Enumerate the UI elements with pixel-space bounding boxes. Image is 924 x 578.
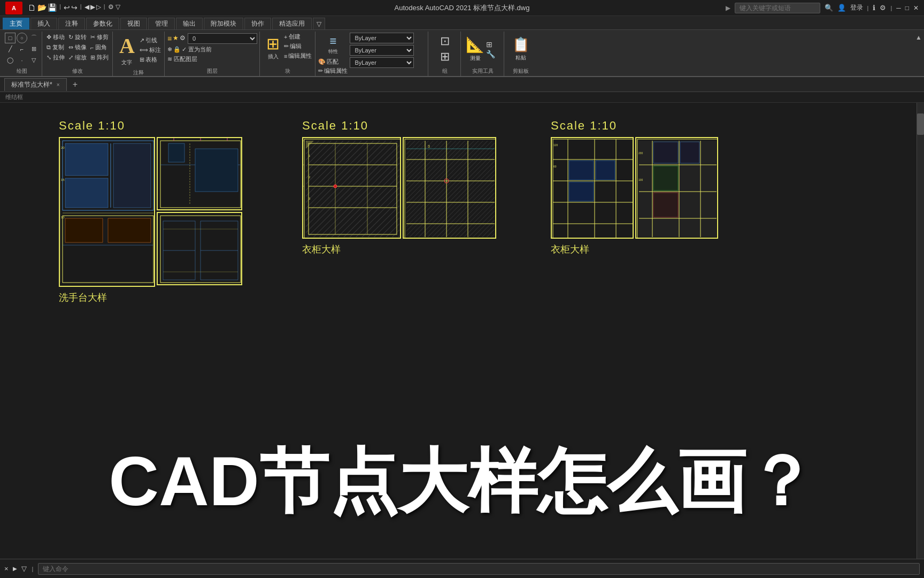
line-tool[interactable]: ╱ [5,44,16,55]
minimize-btn[interactable]: ─ [896,4,901,12]
tab-close-icon[interactable]: × [57,82,60,88]
cmd-close-btn[interactable]: × [4,565,9,573]
settings-dropdown[interactable]: ⚙ ▽ [108,3,120,13]
utility-btn2[interactable]: 🔧 [486,50,495,58]
close-btn[interactable]: ✕ [913,4,919,12]
dim-btn[interactable]: ⟺ 标注 [140,46,161,54]
group-utilities: 📐 测量 ⊞ 🔧 实用工具 [461,32,504,76]
layer-lock-btn[interactable]: 🔒 [173,46,181,53]
save-btn[interactable]: 💾 [48,3,57,13]
leader-btn[interactable]: ↗ 引线 [140,36,161,44]
cmd-options-btn[interactable]: ▽ [21,565,27,573]
play-btn[interactable]: ▷ [96,3,101,13]
arc-tool[interactable]: ⌒ [28,33,39,43]
group2-icon[interactable]: ⊞ [440,50,450,64]
tab-featured[interactable]: 精选应用 [272,18,312,29]
ellipse-tool[interactable]: ◯ [5,55,16,66]
insert-icon: ⊞ [266,34,280,53]
props-dropdowns: ByLayer ByLayer ByLayer [350,33,426,75]
tab-view[interactable]: 视图 [120,18,147,29]
hatch-tool[interactable]: ⊞ [28,44,39,55]
layer-select[interactable]: 0 [188,33,257,44]
search-input[interactable] [735,3,820,13]
edit-attr-btn[interactable]: ≡ 编辑属性 [284,52,312,60]
minimize-ribbon-btn[interactable]: ▲ [915,34,922,41]
file-tab-active[interactable]: 标准节点大样* × [4,78,67,91]
tab-parametric[interactable]: 参数化 [86,18,119,29]
scrollbar-thumb[interactable] [917,113,924,135]
leader-icon: ↗ [140,37,144,44]
stretch-btn[interactable]: ⤡ 拉伸 [45,53,66,62]
lineweight-select[interactable]: ByLayer [350,57,414,68]
annotation-content: A 文字 ↗ 引线 ⟺ 标注 ⊞ 表格 [117,32,161,68]
text-big-btn[interactable]: A 文字 [117,32,137,68]
trim-btn[interactable]: ✂ 修剪 [89,33,110,42]
edit-attr2-btn[interactable]: ✏ 编辑属性 [318,67,348,75]
arrow-right-btn[interactable]: ▶ [90,3,95,13]
open-btn[interactable]: 📂 [37,3,47,13]
create-btn[interactable]: + 创建 [284,33,312,41]
fillet-btn[interactable]: ⌐ 圆角 [89,43,110,52]
group-icon[interactable]: ⊡ [440,34,450,48]
new-tab-btn[interactable]: + [69,78,82,91]
utility-btn1[interactable]: ⊞ [486,40,495,49]
search-btn[interactable]: 🔍 [825,4,833,12]
tab-home[interactable]: 主页 [3,18,29,29]
circle-tool[interactable]: ○ [17,33,27,43]
point-tool[interactable]: · [17,55,27,66]
ribbon-tabs-row: 主页 插入 注释 参数化 视图 管理 输出 附加模块 协作 精选应用 ▽ [0,16,924,30]
tab-insert[interactable]: 插入 [30,18,57,29]
command-input[interactable] [38,563,920,575]
info-btn[interactable]: ℹ [873,4,875,12]
layer-panel-btn[interactable]: ≡ [167,34,172,43]
match-icon: 🎨 [318,58,326,65]
clipboard-label: 剪贴板 [509,66,533,76]
redo-btn[interactable]: ↪ [71,3,78,13]
layer-state-btn[interactable]: ★ [173,34,179,43]
drawing-label-2: 衣柜大样 [302,243,496,256]
modify-col3: ✂ 修剪 ⌐ 圆角 ⊞ 阵列 [89,33,110,62]
match-prop-btn[interactable]: 🎨 匹配 [318,58,348,66]
edit-block-btn[interactable]: ✏ 编辑 [284,42,312,50]
match-layer-btn[interactable]: ≋ 匹配图层 [167,55,197,63]
move-btn[interactable]: ✥ 移动 [45,33,66,42]
tab-collaborate[interactable]: 协作 [244,18,271,29]
polyline-tool[interactable]: ⌐ [17,44,27,55]
measure-icon[interactable]: 📐 [466,36,484,54]
undo-btn[interactable]: ↩ [64,3,70,13]
arrow-left-btn[interactable]: ◀ [84,3,89,13]
tab-more[interactable]: ▽ [313,18,325,29]
settings-btn[interactable]: ⚙ [880,4,886,12]
group-groups: ⊡ ⊞ 组 [429,32,461,76]
mirror-btn[interactable]: ⇔ 镜像 [67,43,88,52]
linetype-select[interactable]: ByLayer [350,33,414,43]
table-btn[interactable]: ⊞ 表格 [140,56,161,64]
viewport-label-bar: 维结框 [0,92,924,103]
tab-annotation[interactable]: 注释 [58,18,85,29]
insert-big-btn[interactable]: ⊞ 插入 [264,33,282,62]
tab-output[interactable]: 输出 [176,18,203,29]
cmd-expand-btn[interactable]: ► [12,565,19,573]
color-select[interactable]: ByLayer [350,45,414,56]
more-draw-btn[interactable]: ▽ [28,55,39,66]
copy-btn[interactable]: ⧉ 复制 [45,43,66,52]
panel-1-right-bottom [157,212,242,285]
tab-manage[interactable]: 管理 [148,18,175,29]
utilities-label: 实用工具 [466,66,499,76]
rotate-btn[interactable]: ↻ 旋转 [67,33,88,42]
tab-addins[interactable]: 附加模块 [204,18,243,29]
set-current-btn[interactable]: ✓ 置为当前 [182,45,212,54]
rectangle-tool[interactable]: □ [5,33,16,43]
layer-tools-btn[interactable]: ⚙ [180,34,186,43]
ribbon-content: □ ○ ⌒ ╱ ⌐ ⊞ ◯ · ▽ 绘图 [0,30,924,77]
paste-icon[interactable]: 📋 [512,36,529,53]
scale-btn[interactable]: ⤢ 缩放 [67,53,88,62]
new-btn[interactable]: 🗋 [28,3,36,13]
properties-btn[interactable]: ≡ 特性 [318,33,348,57]
maximize-btn[interactable]: □ [905,4,909,12]
array-btn[interactable]: ⊞ 阵列 [89,53,110,62]
login-btn[interactable]: 登录 [850,3,863,12]
svg-text:15: 15 [61,178,65,181]
layer-freeze-btn[interactable]: ❄ [167,46,172,53]
user-icon[interactable]: 👤 [837,4,846,12]
